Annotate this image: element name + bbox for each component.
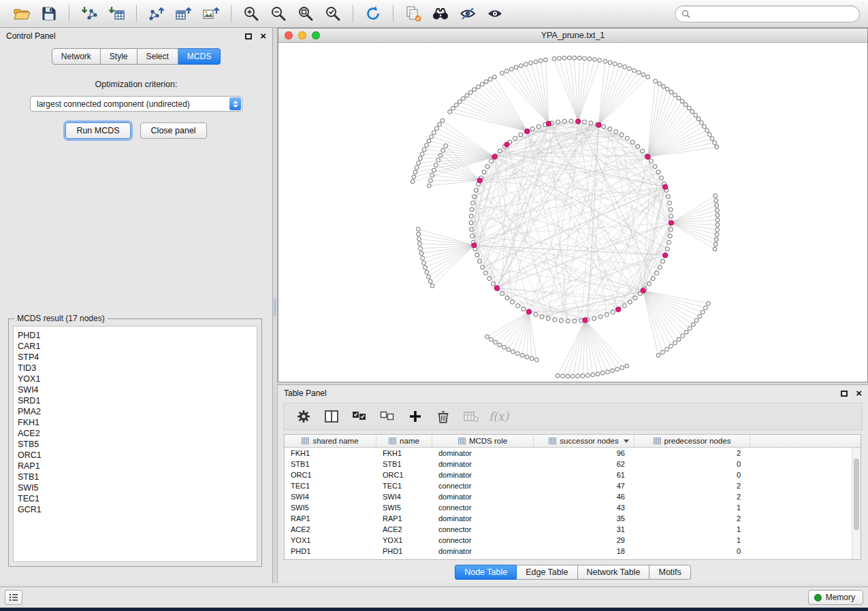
tab-network[interactable]: Network <box>52 48 101 65</box>
table-cell: PHD1 <box>376 546 432 557</box>
table-row[interactable]: STB1STB1dominator620 <box>285 459 852 469</box>
mcds-result-item[interactable]: STB5 <box>18 439 257 450</box>
mcds-result-item[interactable]: SWI4 <box>18 384 257 395</box>
mcds-result-item[interactable]: STP4 <box>18 352 257 363</box>
column-header-shared-name[interactable]: shared name <box>285 435 376 447</box>
binoculars-icon <box>431 6 450 21</box>
fx-icon: f(x) <box>489 410 509 423</box>
open-file-button[interactable] <box>8 3 35 24</box>
task-history-button[interactable] <box>5 590 22 605</box>
export-image-button[interactable] <box>197 3 225 24</box>
table-row[interactable]: RAP1RAP1dominator352 <box>285 513 852 524</box>
mcds-result-item[interactable]: ORC1 <box>18 450 257 461</box>
unselect-all-button[interactable] <box>374 406 400 427</box>
gear-icon <box>296 409 311 424</box>
tab-mcds[interactable]: MCDS <box>178 48 221 65</box>
table-row[interactable]: FKH1FKH1dominator962 <box>285 448 852 459</box>
table-cell: 2 <box>634 448 750 459</box>
zoom-selected-button[interactable] <box>319 3 347 24</box>
zoom-in-button[interactable] <box>238 3 265 24</box>
network-canvas[interactable] <box>278 43 867 382</box>
column-label: predecessor nodes <box>664 437 731 445</box>
sort-descending-icon[interactable] <box>624 440 629 443</box>
table-cell: RAP1 <box>376 513 432 524</box>
tab-style[interactable]: Style <box>101 48 138 65</box>
apply-layout-button[interactable] <box>359 3 387 24</box>
show-columns-button[interactable] <box>319 406 344 427</box>
table-row[interactable]: SWI5SWI5connector431 <box>285 502 852 513</box>
float-panel-icon[interactable] <box>245 33 252 39</box>
tab-node-table[interactable]: Node Table <box>455 565 517 580</box>
mcds-result-item[interactable]: ACE2 <box>18 428 257 439</box>
show-all-button[interactable] <box>481 3 509 24</box>
table-cell: 1 <box>634 535 750 546</box>
import-table-file-button[interactable] <box>103 3 130 24</box>
mcds-result-item[interactable]: SRD1 <box>18 395 257 406</box>
column-type-icon <box>302 437 309 444</box>
table-row[interactable]: ORC1ORC1dominator610 <box>285 469 852 480</box>
table-cell: FKH1 <box>285 448 376 459</box>
scrollbar-thumb[interactable] <box>854 459 859 530</box>
mcds-result-item[interactable]: FKH1 <box>18 417 257 428</box>
mcds-result-item[interactable]: TEC1 <box>18 493 257 504</box>
table-scrollbar[interactable] <box>852 448 861 559</box>
column-header-predecessor-nodes[interactable]: predecessor nodes <box>634 435 750 447</box>
export-table-button[interactable] <box>170 3 197 24</box>
mcds-result-item[interactable]: SWI5 <box>18 482 257 493</box>
memory-button[interactable]: Memory <box>808 590 863 605</box>
hide-selected-button[interactable] <box>454 3 481 24</box>
close-panel-icon[interactable]: × <box>856 390 862 397</box>
zoom-out-button[interactable] <box>265 3 292 24</box>
mcds-result-list[interactable]: PHD1CAR1STP4TID3YOX1SWI4SRD1PMA2FKH1ACE2… <box>13 326 257 562</box>
find-button[interactable] <box>427 3 454 24</box>
duplicate-network-button[interactable] <box>400 3 427 24</box>
mcds-result-item[interactable]: GCR1 <box>18 504 257 515</box>
table-cell: ACE2 <box>285 524 376 535</box>
table-row[interactable]: PHD1PHD1dominator180 <box>285 546 852 557</box>
vertical-splitter[interactable] <box>273 28 278 583</box>
column-header-mcds-role[interactable]: MCDS role <box>432 435 534 447</box>
export-network-button[interactable] <box>143 3 170 24</box>
select-all-button[interactable] <box>347 406 372 427</box>
column-header-successor-nodes[interactable]: successor nodes <box>534 435 634 447</box>
delete-column-button[interactable] <box>430 406 455 427</box>
save-session-button[interactable] <box>35 3 63 24</box>
add-column-button[interactable] <box>402 406 428 427</box>
tab-select[interactable]: Select <box>138 48 178 65</box>
table-row[interactable]: SWI4SWI4dominator462 <box>285 491 852 502</box>
mcds-result-item[interactable]: PHD1 <box>18 330 257 341</box>
zoom-fit-button[interactable] <box>292 3 319 24</box>
run-mcds-button[interactable]: Run MCDS <box>65 122 130 139</box>
column-type-icon <box>549 437 556 444</box>
mcds-result-item[interactable]: CAR1 <box>18 341 257 352</box>
splitter-handle[interactable] <box>274 299 276 316</box>
table-row[interactable]: ACE2ACE2connector311 <box>285 524 852 535</box>
import-table-icon <box>108 5 125 22</box>
table-row[interactable]: TEC1TEC1connector472 <box>285 480 852 491</box>
optimization-criterion-select[interactable]: largest connected component (undirected) <box>30 96 242 112</box>
table-cell: 96 <box>534 448 634 459</box>
mcds-result-item[interactable]: TID3 <box>18 363 257 374</box>
table-cell: ORC1 <box>285 469 376 480</box>
function-builder-button[interactable]: f(x) <box>486 406 511 427</box>
search-box[interactable] <box>675 5 860 22</box>
tab-edge-table[interactable]: Edge Table <box>517 565 577 580</box>
table-settings-button[interactable] <box>291 406 316 427</box>
refresh-icon <box>364 5 382 22</box>
table-row[interactable]: YOX1YOX1connector291 <box>285 535 852 546</box>
mcds-result-item[interactable]: STB1 <box>18 472 257 482</box>
tab-motifs[interactable]: Motifs <box>649 565 690 580</box>
mcds-result-item[interactable]: RAP1 <box>18 461 257 472</box>
tab-network-table[interactable]: Network Table <box>578 565 650 580</box>
search-input[interactable] <box>694 9 853 18</box>
mcds-result-item[interactable]: YOX1 <box>18 374 257 384</box>
mcds-result-item[interactable]: PMA2 <box>18 406 257 417</box>
float-panel-icon[interactable] <box>841 391 848 397</box>
table-cell: 0 <box>634 469 750 480</box>
close-panel-button[interactable]: Close panel <box>140 122 207 139</box>
delete-table-button[interactable] <box>458 406 483 427</box>
import-network-file-button[interactable] <box>76 3 103 24</box>
column-header-name[interactable]: name <box>376 435 432 447</box>
close-panel-icon[interactable]: × <box>260 33 266 39</box>
network-view-titlebar[interactable]: YPA_prune.txt_1 <box>278 29 867 43</box>
